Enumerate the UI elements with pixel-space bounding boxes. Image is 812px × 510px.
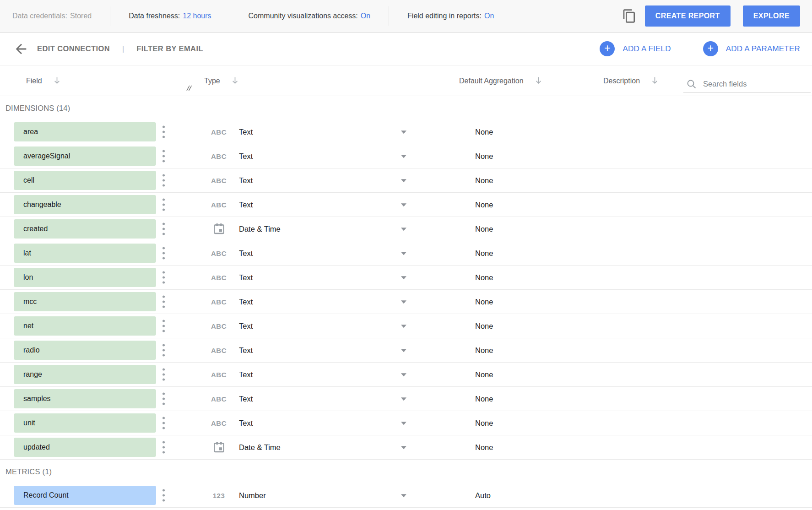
field-aggregation-value[interactable]: None (475, 443, 493, 452)
field-row: averageSignal ABC Text None (0, 144, 812, 168)
field-row: area ABC Text None (0, 120, 812, 144)
field-name-label: changeable (23, 201, 61, 209)
community-viz-label: Community visualizations access: (249, 12, 358, 20)
community-viz-status: Community visualizations access: On (249, 12, 371, 20)
field-name-chip[interactable]: net (14, 316, 156, 336)
field-name-chip[interactable]: samples (14, 389, 156, 408)
more-options-icon[interactable] (161, 342, 167, 358)
field-name-chip[interactable]: area (14, 122, 156, 141)
field-aggregation-value[interactable]: None (475, 249, 493, 258)
field-type-select[interactable]: Date & Time (207, 217, 407, 241)
add-a-field-button[interactable]: + ADD A FIELD (600, 41, 671, 56)
edit-connection-button[interactable]: EDIT CONNECTION (37, 44, 110, 53)
more-options-icon[interactable] (161, 391, 167, 407)
field-type-select[interactable]: ABC Text (207, 168, 407, 192)
field-aggregation-value[interactable]: None (475, 322, 493, 331)
field-name-chip[interactable]: lon (14, 268, 156, 287)
field-aggregation-value[interactable]: None (475, 176, 493, 185)
field-type-select[interactable]: ABC Text (207, 120, 407, 144)
dropdown-arrow-icon (401, 422, 406, 425)
text-type-icon: ABC (207, 347, 231, 354)
field-name-chip[interactable]: radio (14, 341, 156, 360)
more-options-icon[interactable] (161, 294, 167, 310)
text-type-icon: ABC (207, 274, 231, 282)
field-type-label: Text (239, 322, 253, 331)
add-a-field-label: ADD A FIELD (623, 44, 671, 54)
field-type-select[interactable]: ABC Text (207, 290, 407, 314)
column-resize-handle-icon[interactable] (185, 85, 193, 93)
more-options-icon[interactable] (161, 197, 167, 213)
field-aggregation-value[interactable]: None (475, 395, 493, 403)
field-name-chip[interactable]: averageSignal (14, 146, 156, 166)
field-name-label: averageSignal (23, 152, 70, 160)
field-type-label: Text (239, 298, 253, 306)
field-editing-value[interactable]: On (484, 12, 494, 20)
search-fields-input[interactable] (703, 80, 811, 88)
more-options-icon[interactable] (161, 124, 167, 140)
create-report-button[interactable]: CREATE REPORT (645, 5, 731, 27)
field-name-chip[interactable]: mcc (14, 292, 156, 311)
field-type-select[interactable]: ABC Text (207, 411, 407, 435)
field-name-chip[interactable]: lat (14, 244, 156, 263)
field-type-select[interactable]: ABC Text (207, 338, 407, 362)
field-name-chip[interactable]: cell (14, 171, 156, 190)
field-name-chip[interactable]: range (14, 365, 156, 384)
community-viz-value[interactable]: On (361, 12, 370, 20)
field-type-select[interactable]: ABC Text (207, 314, 407, 338)
field-aggregation-value[interactable]: None (475, 201, 493, 209)
more-options-icon[interactable] (161, 318, 167, 334)
field-type-select[interactable]: ABC Text (207, 266, 407, 289)
column-header-description[interactable]: Description (603, 76, 659, 85)
column-header-field[interactable]: Field (26, 76, 61, 85)
field-aggregation-value[interactable]: None (475, 346, 493, 355)
more-options-icon[interactable] (161, 221, 167, 237)
more-options-icon[interactable] (161, 367, 167, 383)
field-type-select[interactable]: ABC Text (207, 144, 407, 168)
field-aggregation-value[interactable]: Auto (475, 491, 491, 500)
filter-by-email-button[interactable]: FILTER BY EMAIL (136, 44, 203, 53)
field-name-chip[interactable]: Record Count (14, 486, 156, 505)
more-options-icon[interactable] (161, 173, 167, 189)
field-type-select[interactable]: ABC Text (207, 241, 407, 265)
add-a-parameter-button[interactable]: + ADD A PARAMETER (703, 41, 800, 56)
field-type-select[interactable]: 123 Number (207, 483, 407, 507)
add-a-parameter-label: ADD A PARAMETER (726, 44, 800, 54)
more-options-icon[interactable] (161, 270, 167, 286)
dropdown-arrow-icon (401, 373, 406, 376)
field-type-select[interactable]: ABC Text (207, 193, 407, 217)
field-name-chip[interactable]: unit (14, 413, 156, 433)
column-header-default-aggregation[interactable]: Default Aggregation (459, 76, 542, 85)
section-rows: area ABC Text None averageSignal ABC Tex… (0, 120, 812, 460)
field-aggregation-value[interactable]: None (475, 152, 493, 161)
field-column-label: Field (26, 76, 42, 85)
field-aggregation-value[interactable]: None (475, 128, 493, 136)
field-aggregation-value[interactable]: None (475, 370, 493, 379)
field-name-chip[interactable]: changeable (14, 195, 156, 214)
text-type-icon: ABC (207, 201, 231, 209)
field-type-select[interactable]: Date & Time (207, 435, 407, 459)
more-options-icon[interactable] (161, 415, 167, 431)
explore-button[interactable]: EXPLORE (743, 5, 800, 27)
text-type-icon: ABC (207, 419, 231, 427)
more-options-icon[interactable] (161, 148, 167, 164)
field-aggregation-value[interactable]: None (475, 298, 493, 306)
field-type-select[interactable]: ABC Text (207, 363, 407, 386)
copy-icon[interactable] (621, 8, 638, 24)
field-type-label: Text (239, 273, 253, 282)
more-options-icon[interactable] (161, 488, 167, 504)
field-aggregation-value[interactable]: None (475, 273, 493, 282)
field-name-label: range (23, 370, 42, 379)
dropdown-arrow-icon (401, 397, 406, 401)
more-options-icon[interactable] (161, 439, 167, 456)
field-aggregation-value[interactable]: None (475, 225, 493, 233)
field-name-chip[interactable]: updated (14, 438, 156, 457)
back-arrow-icon[interactable] (12, 40, 30, 58)
column-header-type[interactable]: Type (204, 76, 239, 85)
field-aggregation-value[interactable]: None (475, 419, 493, 428)
plus-icon: + (600, 41, 615, 56)
field-row: created Date & Time None (0, 217, 812, 241)
field-type-select[interactable]: ABC Text (207, 387, 407, 411)
field-name-chip[interactable]: created (14, 219, 156, 239)
data-freshness-value[interactable]: 12 hours (183, 12, 211, 20)
more-options-icon[interactable] (161, 245, 167, 261)
